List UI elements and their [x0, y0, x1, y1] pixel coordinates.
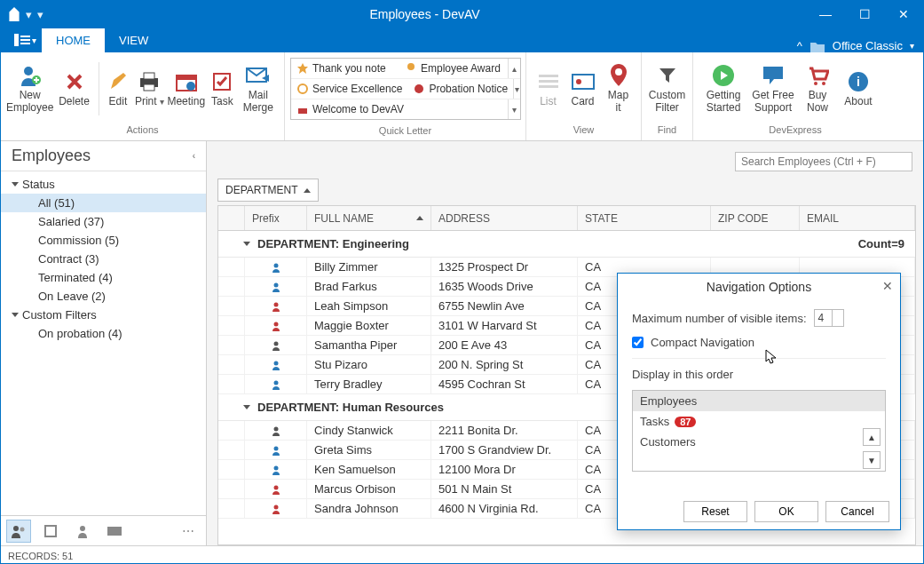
svg-rect-2 — [20, 39, 30, 41]
chevron-down-icon[interactable]: ▾ — [910, 41, 914, 51]
max-items-spinner[interactable]: 4 — [814, 309, 844, 327]
sidebar-item[interactable]: Terminated (4) — [1, 268, 206, 287]
order-list-item[interactable]: Employees — [633, 391, 885, 411]
svg-point-34 — [273, 263, 278, 267]
nav-more-icon[interactable] — [102, 520, 127, 543]
svg-point-37 — [273, 322, 278, 326]
edit-button[interactable]: Edit — [103, 57, 134, 121]
col-full-name[interactable]: FULL NAME — [307, 206, 431, 230]
tab-view[interactable]: VIEW — [105, 28, 162, 52]
svg-point-23 — [615, 68, 622, 75]
sidebar-item[interactable]: All (51) — [1, 194, 206, 212]
sidebar-item[interactable]: Contract (3) — [1, 250, 206, 268]
tab-home[interactable]: HOME — [42, 28, 105, 52]
svg-rect-1 — [20, 36, 30, 37]
map-view-button[interactable]: Map it — [601, 57, 636, 121]
reset-button[interactable]: Reset — [683, 501, 747, 522]
close-button[interactable]: ✕ — [884, 1, 923, 28]
group-label-view: View — [526, 124, 641, 140]
cancel-button[interactable]: Cancel — [825, 501, 889, 522]
theme-selector[interactable]: Office Classic — [833, 39, 903, 52]
file-menu-button[interactable]: ▾ — [8, 28, 42, 52]
dialog-title: Navigation Options — [707, 280, 811, 294]
titlebar: ▾ ▾ Employees - DevAV — ☐ ✕ — [1, 1, 923, 28]
group-row[interactable]: DEPARTMENT: EngineeringCount=9 — [218, 231, 915, 258]
move-down-button[interactable]: ▼ — [863, 451, 881, 469]
group-label-actions: Actions — [1, 124, 284, 140]
col-state[interactable]: STATE — [578, 206, 711, 230]
sidebar-item[interactable]: On probation (4) — [1, 324, 206, 343]
sidebar-group[interactable]: Custom Filters — [1, 306, 206, 324]
sidebar-title: Employees — [12, 147, 91, 165]
new-employee-button[interactable]: New Employee — [6, 57, 53, 121]
col-prefix[interactable]: Prefix — [245, 206, 307, 230]
svg-point-30 — [20, 527, 25, 531]
window-title: Employees - DevAV — [43, 7, 806, 21]
search-input[interactable] — [735, 152, 912, 171]
maximize-button[interactable]: ☐ — [845, 1, 884, 28]
move-up-button[interactable]: ▲ — [863, 428, 881, 446]
sidebar-group[interactable]: Status — [1, 175, 206, 194]
col-email[interactable]: EMAIL — [800, 206, 915, 230]
app-icon — [8, 7, 20, 21]
qat-save-icon[interactable]: ▾ — [26, 8, 32, 21]
col-address[interactable]: ADDRESS — [431, 206, 578, 230]
svg-point-44 — [273, 485, 278, 489]
svg-point-43 — [273, 465, 278, 470]
collapse-ribbon-icon[interactable]: ^ — [797, 39, 802, 52]
order-list[interactable]: EmployeesTasks87Customers — [632, 390, 886, 472]
order-list-item[interactable]: Tasks87 — [633, 411, 885, 432]
svg-rect-7 — [144, 73, 154, 79]
svg-point-40 — [273, 380, 278, 385]
svg-point-36 — [273, 302, 278, 306]
quick-letter-gallery[interactable]: Thank you note Employee Award ▴ Service … — [290, 58, 521, 120]
svg-rect-18 — [539, 75, 558, 77]
sidebar-item[interactable]: Commission (5) — [1, 231, 206, 250]
dialog-close-button[interactable]: ✕ — [882, 279, 893, 293]
get-support-button[interactable]: Get Free Support — [748, 57, 798, 121]
svg-rect-20 — [539, 85, 558, 88]
svg-rect-3 — [20, 43, 30, 44]
sidebar-item[interactable]: Salaried (37) — [1, 212, 206, 231]
group-label-quick-letter: Quick Letter — [285, 125, 525, 140]
minimize-button[interactable]: — — [806, 1, 845, 28]
sidebar-collapse-icon[interactable]: ‹ — [193, 151, 195, 161]
print-button[interactable]: Print ▾ — [133, 57, 165, 121]
about-button[interactable]: iAbout — [837, 57, 880, 121]
meeting-button[interactable]: Meeting — [166, 57, 207, 121]
ok-button[interactable]: OK — [754, 501, 818, 522]
group-label-find: Find — [642, 124, 692, 140]
ribbon: New Employee Delete Edit Print ▾ Meeting… — [1, 52, 923, 141]
folder-icon — [809, 40, 825, 52]
compact-nav-label: Compact Navigation — [651, 336, 754, 349]
nav-customers-icon[interactable] — [70, 520, 95, 543]
card-view-button[interactable]: Card — [565, 57, 601, 121]
list-view-button[interactable]: List — [532, 57, 565, 121]
svg-point-35 — [273, 282, 278, 287]
delete-button[interactable]: Delete — [53, 57, 94, 121]
svg-point-41 — [273, 426, 278, 431]
nav-employees-icon[interactable] — [6, 520, 31, 543]
max-items-label: Maximum number of visible items: — [632, 312, 807, 325]
mail-merge-button[interactable]: Mail Merge — [238, 57, 279, 121]
group-by-chip[interactable]: DEPARTMENT — [217, 179, 319, 202]
sidebar-item[interactable]: On Leave (2) — [1, 287, 206, 306]
svg-point-32 — [80, 526, 85, 531]
record-count: RECORDS: 51 — [8, 551, 73, 561]
buy-now-button[interactable]: Buy Now — [798, 57, 837, 121]
order-list-item[interactable]: Customers — [633, 432, 885, 452]
nav-options-icon[interactable]: ⋯ — [176, 520, 201, 543]
status-bar: RECORDS: 51 — [1, 545, 923, 564]
custom-filter-button[interactable]: Custom Filter — [647, 57, 687, 121]
task-button[interactable]: Task — [207, 57, 238, 121]
svg-rect-8 — [144, 84, 154, 91]
nav-tasks-icon[interactable] — [38, 520, 63, 543]
svg-point-39 — [273, 361, 278, 365]
svg-point-42 — [273, 446, 278, 450]
qat-customize-icon[interactable]: ▾ — [37, 8, 43, 21]
getting-started-button[interactable]: Getting Started — [699, 57, 748, 121]
svg-point-15 — [298, 84, 307, 93]
compact-nav-checkbox[interactable] — [632, 337, 644, 348]
svg-point-26 — [822, 82, 825, 85]
col-zip[interactable]: ZIP CODE — [711, 206, 800, 230]
